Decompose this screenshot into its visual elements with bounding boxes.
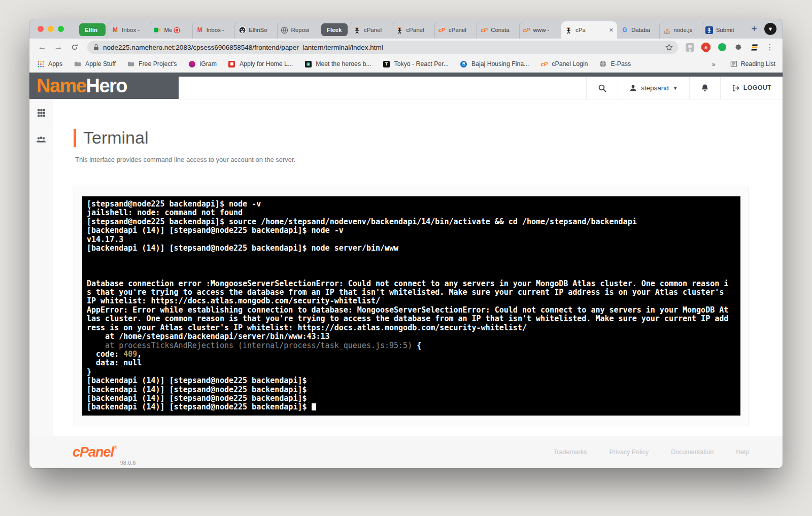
bookmark-item[interactable]: TTokyo - React Per... [383,60,449,68]
red-app-icon [228,60,236,68]
forward-button[interactable]: → [52,41,65,54]
address-bar[interactable]: node225.namehero.net:2083/cpsess69068585… [87,41,678,54]
close-window-icon[interactable] [38,26,44,32]
bookmark-item[interactable]: Apps [37,60,62,68]
zoom-window-icon[interactable] [58,26,64,32]
footer-link-privacy-policy[interactable]: Privacy Policy [609,449,649,456]
tab-label: Me [164,27,172,33]
bookmark-item[interactable]: E-Pass [599,60,631,68]
tab-label: cPa [576,27,586,33]
reading-list-button[interactable]: Reading List [730,60,775,67]
registered-mark: ® [114,445,117,450]
browser-tab[interactable]: node.js [659,21,701,39]
bookmark-item[interactable]: cPcPanel Login [540,60,588,68]
bookmark-item[interactable]: Free Project's [127,60,177,68]
new-tab-button[interactable]: + [747,22,761,36]
dark-app-icon [304,60,312,68]
kebab-menu-icon: ⋮ [766,43,774,52]
terminal-line: data: null [87,359,736,367]
reload-button[interactable] [68,41,81,54]
footer-link-documentation[interactable]: Documentation [671,449,714,456]
back-button[interactable]: ← [36,41,49,54]
browser-tab[interactable]: cPwww - [519,21,561,39]
logout-button[interactable]: LOGOUT [720,77,783,99]
bookmark-star-icon[interactable] [665,44,673,51]
bookmarks-overflow-button[interactable]: » [712,60,715,68]
terminal-line: [backendapi (14)] [stepsand@node225 back… [87,226,736,235]
terminal-line: at /home/stepsand/backendapi/server/bin/… [87,332,736,341]
cpanel-logo[interactable]: cPanel® [73,445,117,459]
cp-icon: cP [438,26,446,34]
browser-tab[interactable]: MInbox - [108,21,150,39]
gmail-icon: M [111,26,119,34]
browser-tab[interactable]: Submit [702,21,744,39]
browser-tab[interactable]: Me [150,21,192,39]
terminal-output[interactable]: [stepsand@node225 backendapi]$ node -vja… [82,196,740,416]
search-icon [598,84,606,92]
tab-label: Reposi [291,27,310,33]
search-button[interactable] [586,77,618,99]
tokyo-icon: T [383,60,391,68]
bookmark-item[interactable]: Meet the heroes b... [304,60,371,68]
grid-icon [37,109,46,117]
logout-icon [732,84,739,92]
browser-tab[interactable]: GDataba [617,21,659,39]
adblock-extension-button[interactable] [700,42,712,53]
terminal-line [87,253,736,261]
stackoverflow-icon [663,26,671,34]
browser-tab[interactable]: ElfinSo [234,21,277,39]
sidebar-item-apps[interactable] [29,99,53,126]
stack-extension-button[interactable] [749,42,760,53]
terminal-line: IP whitelist: https://docs.atlas.mongodb… [87,297,736,305]
divider [723,59,723,68]
tab-label: cPanel [449,27,466,33]
browser-tab[interactable]: cPcPanel [434,21,477,39]
bookmark-item[interactable]: iGram [188,60,216,68]
bookmark-item[interactable]: BBajaj Housing Fina... [460,60,529,68]
github-icon [238,26,246,34]
folder-icon [74,60,82,68]
footer-link-trademarks[interactable]: Trademarks [553,449,587,456]
bookmark-label: Apply for Home L... [240,60,293,67]
logout-label: LOGOUT [743,84,771,91]
google-icon: G [621,26,629,34]
minimize-window-icon[interactable] [48,26,54,32]
bookmark-label: Meet the heroes b... [316,60,371,67]
browser-menu-button[interactable]: ⋮ [763,41,776,54]
title-row: Terminal [74,128,749,148]
bookmark-item[interactable]: Apple Stuff [74,60,116,68]
profile-extension-icon [686,43,694,52]
chat-extension-button[interactable] [717,42,728,53]
namehero-logo[interactable]: NameHero [29,73,179,99]
browser-tab[interactable]: cPanel [392,21,434,39]
browser-tab[interactable]: Reposi [277,21,319,39]
chat-extension-icon [718,43,726,51]
terminal-line: [backendapi (14)] [stepsand@node225 back… [87,376,736,385]
browser-tab[interactable]: cPConsta [477,21,519,39]
browser-tab[interactable]: cPa✕ [561,21,617,39]
apps-grid-icon [37,60,45,68]
sidebar [29,99,53,436]
terminal-line: [backendapi (14)] [stepsand@node225 back… [87,386,736,394]
browser-tab[interactable]: Fleek [321,23,348,36]
logo-name-part: Name [37,75,86,96]
chevron-down-icon: ▼ [673,85,678,91]
browser-tab[interactable]: Elfin [79,23,106,36]
extensions-puzzle-button[interactable] [733,42,744,53]
profile-extension-button[interactable] [684,42,695,53]
bookmark-label: Free Project's [139,60,177,67]
footer-link-help[interactable]: Help [736,449,749,456]
bookmark-item[interactable]: Apply for Home L... [228,60,293,68]
tab-close-icon[interactable]: ✕ [609,27,614,33]
cp-icon: cP [523,26,531,34]
sidebar-item-users[interactable] [29,126,53,153]
notifications-button[interactable] [689,77,720,99]
browser-tab[interactable]: cPanel [350,21,392,39]
logo-text: NameHero [37,76,127,95]
logo-hero-part: Hero [86,75,127,96]
recording-indicator-icon [175,28,179,32]
tab-search-button[interactable]: ▼ [764,23,776,35]
terminal-line [87,270,736,279]
user-menu[interactable]: stepsand ▼ [618,77,689,99]
browser-tab[interactable]: MInbox - [192,21,234,39]
